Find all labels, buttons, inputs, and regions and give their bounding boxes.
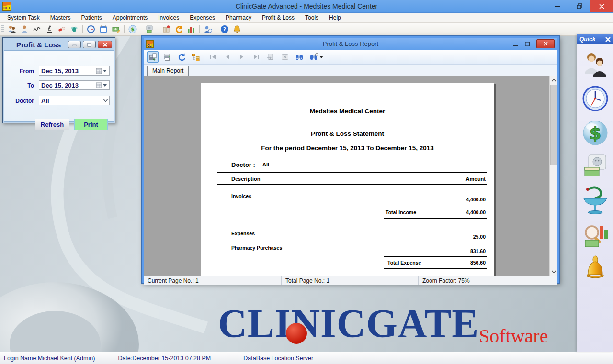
patients-group-button[interactable]	[6, 23, 18, 35]
calendar-icon[interactable]	[96, 82, 102, 88]
total-page-status: Total Page No.: 1	[282, 276, 419, 285]
profit-loss-dialog: Profit & Loss From Dec 15, 2013 To Dec 1…	[2, 37, 115, 123]
user-clock-button[interactable]	[202, 23, 214, 35]
dollar-icon: $	[128, 24, 137, 34]
menu-item-expenses[interactable]: Expenses	[184, 13, 220, 22]
tab-main-report[interactable]: Main Report	[147, 66, 189, 76]
help-button[interactable]: ?	[219, 23, 230, 35]
refresh-button[interactable]: Refresh	[35, 119, 69, 130]
print-button[interactable]: Print	[74, 119, 108, 130]
to-dropdown-arrow-icon[interactable]	[103, 84, 107, 87]
zoom-dropdown-caret-icon[interactable]	[319, 56, 323, 58]
toolbar-separator	[124, 25, 125, 33]
toolbar-separator	[199, 25, 200, 33]
quick-panel-close-button[interactable]	[605, 37, 611, 42]
print-report-button[interactable]	[161, 51, 173, 63]
minimize-button[interactable]	[547, 0, 568, 12]
quick-expenses-button[interactable]	[583, 154, 608, 178]
brand-sub-text: Software	[479, 325, 548, 347]
quick-billing-button[interactable]: $	[582, 120, 609, 146]
svg-text:$: $	[131, 26, 135, 33]
purchase-button[interactable]	[160, 23, 172, 35]
menu-item-help[interactable]: Help	[324, 13, 346, 22]
dialog-titlebar[interactable]: Profit & Loss	[4, 39, 114, 50]
report-doctor-label: Doctor :	[231, 161, 255, 168]
report-window-titlebar[interactable]: CLI Profit & Loss Report	[144, 38, 557, 50]
next-page-button[interactable]	[236, 51, 248, 63]
find-button[interactable]	[294, 51, 305, 63]
quick-pharmacy-button[interactable]	[581, 186, 609, 215]
signature-button[interactable]	[31, 23, 43, 35]
dialog-close-button[interactable]	[98, 41, 112, 48]
to-label: To	[4, 82, 34, 89]
report-chart-button[interactable]	[185, 23, 197, 35]
from-dropdown-arrow-icon[interactable]	[103, 70, 107, 72]
quick-profit-analysis-button[interactable]	[582, 223, 608, 248]
menu-item-pharmacy[interactable]: Pharmacy	[220, 13, 257, 22]
export-button[interactable]	[147, 51, 159, 63]
first-page-button[interactable]	[207, 51, 219, 63]
goto-page-button[interactable]	[265, 51, 276, 63]
close-button[interactable]	[590, 0, 613, 12]
dollar-button[interactable]: $	[127, 23, 138, 35]
cancel-button[interactable]	[279, 51, 291, 63]
calendar-icon[interactable]	[96, 68, 102, 74]
menu-item-invoices[interactable]: Invoices	[153, 13, 184, 22]
vaccine-button[interactable]	[68, 23, 80, 35]
report-minimize-button[interactable]	[513, 42, 518, 46]
scrollbar-thumb[interactable]	[550, 85, 557, 165]
calendar-icon	[99, 24, 108, 34]
scroll-down-arrow-icon[interactable]	[550, 267, 557, 276]
restore-button[interactable]	[568, 0, 590, 12]
undo-arrow-icon	[174, 24, 183, 34]
vaccine-icon	[69, 24, 79, 34]
zoom-button[interactable]	[308, 51, 319, 63]
doctor-select-arrow-icon[interactable]	[102, 96, 109, 105]
menu-item-system-task[interactable]: System Task	[2, 13, 45, 22]
from-label: From	[4, 68, 34, 75]
doctor-select[interactable]: All	[39, 96, 110, 105]
refresh-report-button[interactable]	[176, 51, 187, 63]
quick-alerts-button[interactable]	[583, 255, 607, 283]
from-date-field[interactable]: Dec 15, 2013	[39, 66, 110, 76]
menu-item-appointments[interactable]: Appointments	[107, 13, 153, 22]
quick-patients-button[interactable]	[582, 51, 609, 77]
scroll-up-arrow-icon[interactable]	[550, 76, 557, 84]
total-income-label: Total Income	[386, 210, 416, 215]
expense-row-label: Pharmacy Purchases	[231, 245, 282, 251]
billing-button[interactable]	[110, 23, 122, 35]
expense-button[interactable]	[144, 23, 155, 35]
menu-item-patients[interactable]: Patients	[76, 13, 107, 22]
prev-page-button[interactable]	[222, 51, 233, 63]
menu-item-profit-loss[interactable]: Profit & Loss	[257, 13, 300, 22]
to-date-field[interactable]: Dec 15, 2013	[39, 80, 110, 90]
medicine-button[interactable]	[56, 23, 68, 35]
quick-panel-title: Quick	[579, 36, 595, 43]
dialog-maximize-button[interactable]	[83, 41, 96, 48]
patients-icon	[7, 24, 17, 34]
to-date-value: Dec 15, 2013	[39, 82, 96, 89]
group-tree-button[interactable]	[190, 51, 202, 63]
zoom-binoculars-icon	[309, 53, 318, 61]
appointments-button[interactable]	[85, 23, 97, 35]
income-row-label: Invoices	[231, 193, 251, 199]
expenses-money-icon	[583, 154, 608, 178]
calendar-button[interactable]	[98, 23, 109, 35]
bell-icon	[583, 255, 607, 283]
dollar-ball-icon: $	[582, 120, 609, 146]
alert-button[interactable]	[231, 23, 243, 35]
col-amount: Amount	[465, 176, 486, 182]
patient-button[interactable]	[19, 23, 30, 35]
dialog-title: Profit & Loss	[16, 41, 61, 49]
menu-item-tools[interactable]: Tools	[300, 13, 324, 22]
menu-item-masters[interactable]: Masters	[45, 13, 76, 22]
report-vertical-scrollbar[interactable]	[549, 76, 557, 276]
undo-button[interactable]	[173, 23, 184, 35]
last-page-button[interactable]	[250, 51, 262, 63]
report-close-button[interactable]	[536, 39, 555, 48]
report-maximize-button[interactable]	[525, 42, 530, 46]
user-clock-icon	[203, 24, 213, 34]
dialog-minimize-button[interactable]	[68, 41, 81, 48]
quick-appointments-button[interactable]	[582, 85, 609, 112]
lab-button[interactable]	[44, 23, 55, 35]
